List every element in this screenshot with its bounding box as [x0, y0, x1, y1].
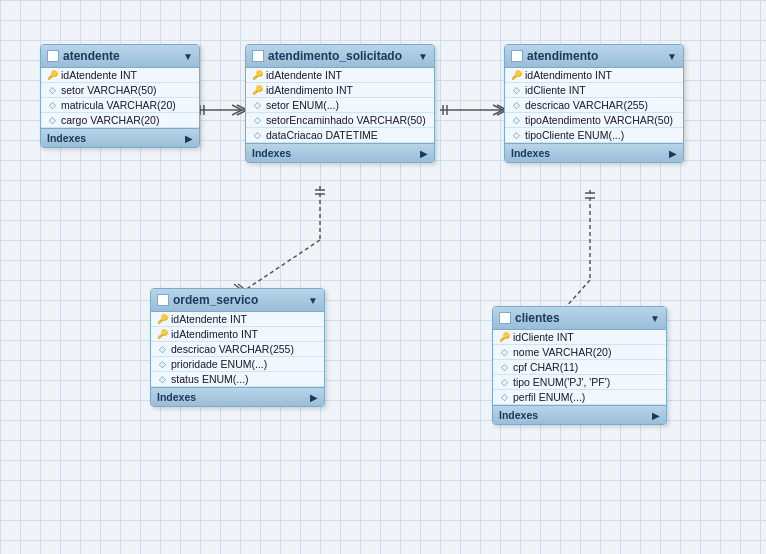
table-row: 🔑 idAtendente INT	[151, 312, 324, 327]
field-text: nome VARCHAR(20)	[513, 346, 611, 358]
diamond-icon: ◇	[47, 100, 57, 110]
table-icon	[157, 294, 169, 306]
field-text: setor ENUM(...)	[266, 99, 339, 111]
table-row: ◇ tipoAtendimento VARCHAR(50)	[505, 113, 683, 128]
svg-line-23	[565, 280, 590, 308]
table-atendimento: atendimento ▼ 🔑 idAtendimento INT ◇ idCl…	[504, 44, 684, 163]
diamond-icon: ◇	[499, 377, 509, 387]
table-row: ◇ cpf CHAR(11)	[493, 360, 666, 375]
indexes-bar-ordem-servico[interactable]: Indexes ▶	[151, 387, 324, 406]
dropdown-icon[interactable]: ▼	[183, 51, 193, 62]
diamond-icon: ◇	[252, 100, 262, 110]
diamond-icon: ◇	[499, 362, 509, 372]
table-icon	[47, 50, 59, 62]
field-text: idAtendimento INT	[171, 328, 258, 340]
table-header-atendente[interactable]: atendente ▼	[41, 45, 199, 68]
field-text: cargo VARCHAR(20)	[61, 114, 159, 126]
diamond-icon: ◇	[511, 130, 521, 140]
table-title: atendente	[63, 49, 179, 63]
table-row: ◇ matricula VARCHAR(20)	[41, 98, 199, 113]
key-icon: 🔑	[47, 70, 57, 80]
table-clientes: clientes ▼ 🔑 idCliente INT ◇ nome VARCHA…	[492, 306, 667, 425]
field-text: prioridade ENUM(...)	[171, 358, 267, 370]
indexes-expand-icon[interactable]: ▶	[310, 392, 318, 403]
table-title: atendimento	[527, 49, 663, 63]
field-text: matricula VARCHAR(20)	[61, 99, 176, 111]
indexes-expand-icon[interactable]: ▶	[652, 410, 660, 421]
svg-line-10	[493, 105, 503, 110]
table-row: 🔑 idCliente INT	[493, 330, 666, 345]
field-text: idAtendente INT	[266, 69, 342, 81]
field-text: idAtendente INT	[61, 69, 137, 81]
diamond-icon: ◇	[511, 85, 521, 95]
table-title: ordem_servico	[173, 293, 304, 307]
table-row: 🔑 idAtendimento INT	[246, 83, 434, 98]
indexes-label: Indexes	[499, 409, 538, 421]
table-header-ordem-servico[interactable]: ordem_servico ▼	[151, 289, 324, 312]
dropdown-icon[interactable]: ▼	[650, 313, 660, 324]
table-header-atendimento[interactable]: atendimento ▼	[505, 45, 683, 68]
field-text: descricao VARCHAR(255)	[525, 99, 648, 111]
diamond-icon: ◇	[157, 344, 167, 354]
field-text: idAtendente INT	[171, 313, 247, 325]
key-icon: 🔑	[499, 332, 509, 342]
dropdown-icon[interactable]: ▼	[308, 295, 318, 306]
svg-line-3	[232, 105, 242, 110]
field-text: setor VARCHAR(50)	[61, 84, 157, 96]
key-icon: 🔑	[157, 314, 167, 324]
field-text: tipoCliente ENUM(...)	[525, 129, 624, 141]
table-row: ◇ perfil ENUM(...)	[493, 390, 666, 405]
table-row: ◇ status ENUM(...)	[151, 372, 324, 387]
table-row: 🔑 idAtendimento INT	[505, 68, 683, 83]
svg-line-4	[232, 110, 242, 115]
indexes-expand-icon[interactable]: ▶	[669, 148, 677, 159]
field-text: idCliente INT	[513, 331, 574, 343]
table-header-clientes[interactable]: clientes ▼	[493, 307, 666, 330]
field-text: idAtendimento INT	[266, 84, 353, 96]
key-icon: 🔑	[157, 329, 167, 339]
indexes-bar-atendimento[interactable]: Indexes ▶	[505, 143, 683, 162]
field-text: descricao VARCHAR(255)	[171, 343, 294, 355]
table-atendente: atendente ▼ 🔑 idAtendente INT ◇ setor VA…	[40, 44, 200, 148]
diamond-icon: ◇	[499, 347, 509, 357]
diamond-icon: ◇	[157, 374, 167, 384]
table-row: ◇ prioridade ENUM(...)	[151, 357, 324, 372]
indexes-expand-icon[interactable]: ▶	[420, 148, 428, 159]
table-icon	[252, 50, 264, 62]
svg-line-15	[245, 240, 320, 290]
table-row: ◇ tipo ENUM('PJ', 'PF')	[493, 375, 666, 390]
table-title: atendimento_solicitado	[268, 49, 414, 63]
indexes-label: Indexes	[157, 391, 196, 403]
table-header-atendimento-solicitado[interactable]: atendimento_solicitado ▼	[246, 45, 434, 68]
table-row: ◇ setor VARCHAR(50)	[41, 83, 199, 98]
key-icon: 🔑	[511, 70, 521, 80]
table-ordem-servico: ordem_servico ▼ 🔑 idAtendente INT 🔑 idAt…	[150, 288, 325, 407]
indexes-label: Indexes	[47, 132, 86, 144]
table-row: 🔑 idAtendente INT	[41, 68, 199, 83]
dropdown-icon[interactable]: ▼	[418, 51, 428, 62]
field-text: setorEncaminhado VARCHAR(50)	[266, 114, 426, 126]
table-row: ◇ nome VARCHAR(20)	[493, 345, 666, 360]
table-row: ◇ setor ENUM(...)	[246, 98, 434, 113]
table-atendimento-solicitado: atendimento_solicitado ▼ 🔑 idAtendente I…	[245, 44, 435, 163]
indexes-expand-icon[interactable]: ▶	[185, 133, 193, 144]
field-text: idAtendimento INT	[525, 69, 612, 81]
dropdown-icon[interactable]: ▼	[667, 51, 677, 62]
table-title: clientes	[515, 311, 646, 325]
diamond-icon: ◇	[157, 359, 167, 369]
indexes-bar-atendente[interactable]: Indexes ▶	[41, 128, 199, 147]
diamond-icon: ◇	[47, 115, 57, 125]
field-text: status ENUM(...)	[171, 373, 249, 385]
table-icon	[511, 50, 523, 62]
indexes-bar-clientes[interactable]: Indexes ▶	[493, 405, 666, 424]
diamond-icon: ◇	[511, 100, 521, 110]
field-text: idCliente INT	[525, 84, 586, 96]
table-row: 🔑 idAtendente INT	[246, 68, 434, 83]
table-icon	[499, 312, 511, 324]
key-icon: 🔑	[252, 85, 262, 95]
table-row: ◇ idCliente INT	[505, 83, 683, 98]
diamond-icon: ◇	[252, 130, 262, 140]
table-row: ◇ dataCriacao DATETIME	[246, 128, 434, 143]
indexes-bar-atendimento-solicitado[interactable]: Indexes ▶	[246, 143, 434, 162]
diamond-icon: ◇	[47, 85, 57, 95]
